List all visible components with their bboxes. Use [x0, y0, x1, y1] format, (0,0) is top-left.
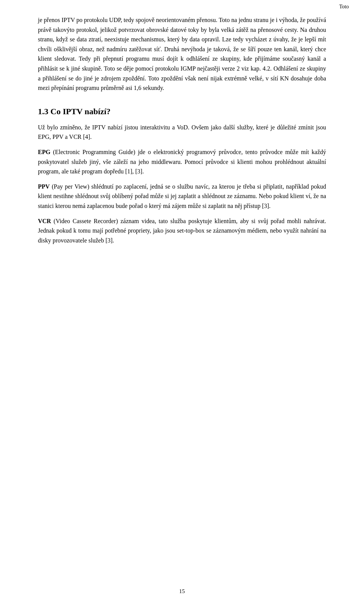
top-right-text: Toto: [339, 4, 349, 10]
term-vcr: VCR: [38, 218, 51, 224]
paragraph-4-rest: (Pay per View) shlédnutí po zaplacení, j…: [38, 183, 326, 209]
paragraph-2: Už bylo zmíněno, že IPTV nabízí jistou i…: [38, 123, 326, 142]
section-heading-1-3: 1.3 Co IPTV nabízí?: [38, 107, 326, 116]
paragraph-5: VCR (Video Cassete Recorder) záznam vide…: [38, 216, 326, 246]
paragraph-5-rest: (Video Cassete Recorder) záznam videa, t…: [38, 218, 326, 244]
page-number: 15: [179, 588, 185, 595]
term-ppv: PPV: [38, 183, 50, 190]
paragraph-1: je přenos IPTV po protokolu UDP, tedy sp…: [38, 15, 326, 93]
page: Toto je přenos IPTV po protokolu UDP, te…: [0, 0, 364, 606]
paragraph-3: EPG (Electronic Programming Guide) jde o…: [38, 147, 326, 176]
term-epg: EPG: [38, 149, 50, 155]
paragraph-4: PPV (Pay per View) shlédnutí po zaplacen…: [38, 182, 326, 211]
paragraph-3-rest: (Electronic Programming Guide) jde o ele…: [38, 149, 326, 175]
